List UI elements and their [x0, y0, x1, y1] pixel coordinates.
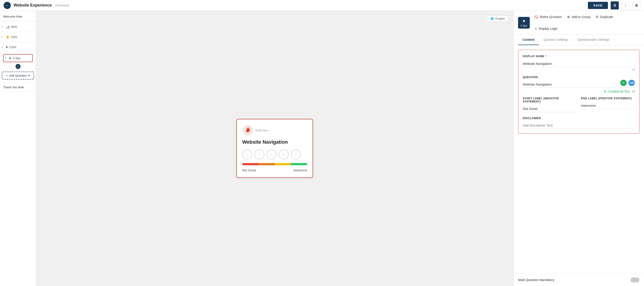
char-count: 19 — [523, 68, 635, 71]
rating-bar-yellow — [275, 163, 291, 165]
language-selector[interactable]: 🌐 English — [486, 15, 509, 22]
gear-icon: ⚙ — [604, 90, 606, 93]
question-input[interactable] — [523, 81, 635, 88]
translate-icon: 🌐 — [490, 17, 494, 20]
plus-icon: + — [6, 74, 8, 77]
conditional-text-label: Conditional Text — [608, 90, 630, 93]
welcome-note-item[interactable]: Welcome Note — [0, 12, 36, 21]
question-group: QUESTION ↻ IVR ⚙ Conditional Text — [523, 76, 635, 93]
add-circle-button[interactable]: + — [16, 64, 20, 69]
add-question-button[interactable]: + Add Question ▾ — [2, 72, 34, 79]
panel-header: ★ 5 Star 🚫 Retire Question ⊞ Add to Grou… — [514, 11, 644, 35]
chevron-down-icon: ▾ — [28, 74, 30, 77]
sidebar-item-nps[interactable]: 1 📊 NPS — [0, 23, 36, 31]
display-name-input[interactable] — [523, 60, 635, 67]
panel-content: DISPLAY NAME * 19 QUESTION ↻ IVR — [514, 45, 644, 274]
disclaimer-input[interactable] — [523, 122, 635, 129]
csat-label: CSAT — [9, 45, 17, 49]
card-title: Website Navigation — [242, 139, 307, 145]
refresh-icon-button[interactable]: ↻ — [620, 80, 627, 86]
mandatory-toggle[interactable] — [630, 278, 640, 283]
mandatory-row: Mark Question Mandatory — [514, 274, 644, 286]
mandatory-label: Mark Question Mandatory — [518, 278, 554, 282]
tab-question-settings[interactable]: Question Settings — [539, 35, 573, 45]
form-section-main: DISPLAY NAME * 19 QUESTION ↻ IVR — [518, 50, 640, 134]
duplicate-button[interactable]: ⧉ Duplicate — [596, 13, 613, 20]
sidebar-item-5star[interactable]: 4 ★ 5 Star — [3, 54, 33, 62]
retire-question-button[interactable]: 🚫 Retire Question — [534, 13, 562, 20]
acme-logo — [242, 125, 254, 136]
end-label-input[interactable] — [581, 102, 635, 109]
duplicate-label: Duplicate — [600, 15, 613, 19]
retire-icon: 🚫 — [534, 15, 538, 19]
display-logic-icon: ⊃ — [534, 27, 537, 30]
panel-tabs: Content Question Settings Questionnaire … — [514, 35, 644, 45]
star-4[interactable]: ☆ — [279, 150, 289, 159]
ivr-button[interactable]: IVR — [628, 80, 635, 86]
topbar: ← Website Experience (Unsaved) SAVE 🖥 ⋮ … — [0, 0, 644, 11]
question-type-badge: ★ 5 Star — [518, 17, 530, 28]
nps-icon: 📊 — [6, 25, 10, 28]
rating-bar — [242, 163, 307, 165]
sidebar-item-ces[interactable]: 2 ✋ CES — [0, 33, 36, 41]
org-chart-button[interactable]: ⊞ — [632, 1, 640, 9]
logo-text: ACME Demo — [255, 129, 268, 132]
fivestar-label: 5 Star — [13, 56, 21, 60]
save-button[interactable]: SAVE — [588, 2, 608, 9]
display-logic-label: Display Logic — [539, 27, 558, 30]
card-labels: Not Great Awesome — [242, 168, 307, 172]
conditional-text-button[interactable]: ⚙ Conditional Text — [604, 90, 630, 93]
conditional-text-row: ⚙ Conditional Text 18 — [523, 90, 635, 93]
tab-questionnaire-settings[interactable]: Questionnaire Settings — [573, 35, 614, 45]
display-name-group: DISPLAY NAME * 19 — [523, 54, 635, 71]
tab-content[interactable]: Content — [518, 35, 539, 45]
star-2[interactable]: ☆ — [254, 150, 264, 159]
disclaimer-label: DISCLAIMER — [523, 117, 635, 120]
ces-icon: ✋ — [6, 35, 10, 39]
retire-label: Retire Question — [540, 15, 562, 19]
star-5[interactable]: ☆ — [291, 150, 301, 159]
rating-bar-red — [242, 163, 258, 165]
survey-card: ACME Demo Website Navigation ☆ ☆ ☆ ☆ ☆ N… — [236, 119, 313, 178]
rating-bar-green — [291, 163, 307, 165]
conditional-count: 18 — [632, 90, 635, 93]
panel-actions: 🚫 Retire Question ⊞ Add to Group ⧉ Dupli… — [534, 13, 640, 32]
csat-icon: ♥ — [6, 45, 8, 49]
display-logic-button[interactable]: ⊃ Display Logic — [534, 25, 558, 32]
label-start: Not Great — [242, 168, 256, 172]
sidebar-item-csat[interactable]: 3 ♥ CSAT — [0, 43, 36, 51]
add-to-group-button[interactable]: ⊞ Add to Group — [567, 13, 590, 20]
rating-bar-orange — [258, 163, 275, 165]
thank-you-note-item[interactable]: Thank You Note — [0, 83, 36, 91]
star-1[interactable]: ☆ — [242, 150, 252, 159]
add-group-label: Add to Group — [572, 15, 590, 19]
badge-star-icon: ★ — [522, 18, 526, 23]
start-label-group: START LABEL (NEGATIVE STATEMENT) — [523, 97, 577, 112]
required-indicator: * — [545, 54, 546, 58]
end-label-heading: END LABEL (POSITIVE STATEMENT) — [581, 97, 635, 100]
display-name-label: DISPLAY NAME * — [523, 54, 635, 58]
unsaved-indicator: (Unsaved) — [56, 3, 69, 7]
end-label-group: END LABEL (POSITIVE STATEMENT) — [581, 97, 635, 112]
right-panel: ★ 5 Star 🚫 Retire Question ⊞ Add to Grou… — [513, 11, 644, 286]
sidebar: Welcome Note 1 📊 NPS 2 ✋ CES 3 ♥ CSAT — [0, 11, 36, 286]
question-input-row: ↻ IVR — [523, 81, 635, 88]
start-label-heading: START LABEL (NEGATIVE STATEMENT) — [523, 97, 577, 103]
duplicate-icon: ⧉ — [596, 15, 598, 19]
page-title: Website Experience — [14, 3, 52, 8]
back-button[interactable]: ← — [4, 2, 11, 9]
question-label: QUESTION — [523, 76, 635, 79]
desktop-view-button[interactable]: 🖥 — [611, 1, 619, 9]
add-question-label: Add Question — [9, 74, 27, 77]
label-end: Awesome — [294, 168, 307, 172]
main-layout: Welcome Note 1 📊 NPS 2 ✋ CES 3 ♥ CSAT — [0, 11, 644, 286]
ces-label: CES — [11, 35, 17, 39]
labels-row: START LABEL (NEGATIVE STATEMENT) END LAB… — [523, 97, 635, 112]
language-label: English — [495, 17, 505, 20]
more-options-button[interactable]: ⋮ — [622, 1, 630, 9]
start-label-input[interactable] — [523, 105, 577, 112]
stars-row: ☆ ☆ ☆ ☆ ☆ — [242, 150, 307, 159]
nps-label: NPS — [11, 25, 17, 28]
badge-type-label: 5 Star — [520, 24, 527, 27]
star-3[interactable]: ☆ — [266, 150, 276, 159]
